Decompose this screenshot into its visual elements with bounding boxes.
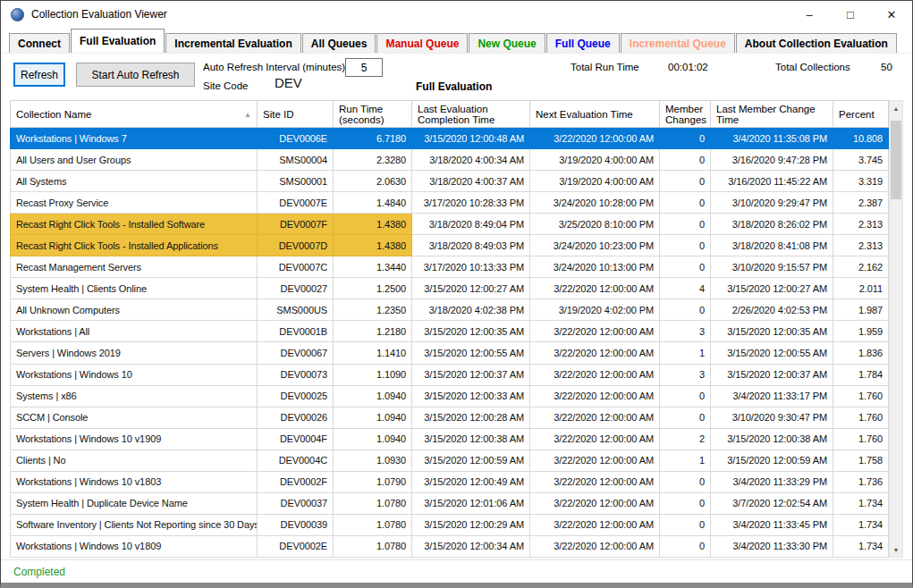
tab-about-collection-evaluation[interactable]: About Collection Evaluation [736, 33, 897, 53]
cell[interactable]: 0 [660, 149, 711, 171]
refresh-button[interactable]: Refresh [13, 63, 65, 87]
cell[interactable]: All Unknown Computers [11, 299, 258, 321]
tab-incremental-evaluation[interactable]: Incremental Evaluation [165, 33, 300, 53]
table-row[interactable]: Systems | x86DEV000251.09403/15/2020 12:… [11, 385, 889, 407]
cell[interactable]: 0 [660, 514, 711, 535]
minimize-button[interactable]: – [789, 1, 830, 28]
cell[interactable]: 3/22/2020 12:00:00 AM [530, 449, 660, 471]
table-row[interactable]: Workstations | Windows 10 v1909DEV0004F1… [11, 428, 889, 449]
cell[interactable]: SMS000US [258, 299, 334, 321]
cell[interactable]: Workstations | Windows 10 v1909 [11, 428, 258, 449]
cell[interactable]: 1.760 [833, 407, 889, 428]
column-header-collection-name[interactable]: Collection Name▲ [11, 101, 258, 128]
tab-full-evaluation[interactable]: Full Evaluation [71, 29, 165, 53]
table-row[interactable]: Recast Right Click Tools - Installed Sof… [11, 214, 889, 235]
cell[interactable]: SMS00004 [258, 149, 334, 171]
cell[interactable]: 3/18/2020 4:00:34 AM [412, 149, 530, 171]
cell[interactable]: 3/17/2020 10:13:33 PM [412, 256, 530, 278]
cell[interactable]: 0 [660, 492, 711, 514]
cell[interactable]: 3/22/2020 12:00:00 AM [530, 535, 660, 557]
cell[interactable]: 1.4380 [334, 214, 412, 235]
cell[interactable]: SCCM | Console [11, 407, 258, 428]
cell[interactable]: 1.0930 [334, 449, 412, 471]
cell[interactable]: 3/24/2020 10:28:00 PM [530, 192, 660, 214]
cell[interactable]: 1.0940 [334, 385, 412, 407]
cell[interactable]: 3/15/2020 12:00:59 AM [412, 449, 530, 471]
cell[interactable]: 3/18/2020 4:02:38 PM [412, 299, 530, 321]
cell[interactable]: 3/22/2020 12:00:00 AM [530, 364, 660, 385]
cell[interactable]: 3/15/2020 12:00:55 AM [412, 342, 530, 364]
cell[interactable]: 0 [660, 299, 711, 321]
cell[interactable]: 1.734 [833, 492, 889, 514]
cell[interactable]: DEV0002E [258, 535, 334, 557]
cell[interactable]: 1.760 [833, 428, 889, 449]
cell[interactable]: 3/4/2020 11:33:45 PM [711, 514, 833, 535]
cell[interactable]: 1.784 [833, 364, 889, 385]
cell[interactable]: Workstations | Windows 7 [11, 128, 258, 149]
title-bar[interactable]: Collection Evaluation Viewer – □ ✕ [1, 1, 912, 28]
cell[interactable]: System Health | Clients Online [11, 278, 258, 299]
cell[interactable]: 4 [660, 278, 711, 299]
cell[interactable]: 3/15/2020 12:00:55 AM [711, 342, 833, 364]
cell[interactable]: All Users and User Groups [11, 149, 258, 171]
cell[interactable]: System Health | Duplicate Device Name [11, 492, 258, 514]
cell[interactable]: DEV0007D [258, 235, 334, 256]
cell[interactable]: 3/24/2020 10:23:00 PM [530, 235, 660, 256]
cell[interactable]: DEV00039 [258, 514, 334, 535]
cell[interactable]: 3/22/2020 12:00:00 AM [530, 492, 660, 514]
auto-refresh-interval-input[interactable] [345, 58, 383, 77]
cell[interactable]: 3/16/2020 11:45:22 AM [711, 171, 833, 192]
vertical-scrollbar[interactable]: ▲ ▼ [889, 100, 903, 558]
cell[interactable]: 0 [660, 171, 711, 192]
cell[interactable]: 1.1090 [334, 364, 412, 385]
cell[interactable]: 3/15/2020 12:00:34 AM [412, 535, 530, 557]
cell[interactable]: DEV0004C [258, 449, 334, 471]
cell[interactable]: DEV00027 [258, 278, 334, 299]
table-row[interactable]: System Health | Duplicate Device NameDEV… [11, 492, 889, 514]
cell[interactable]: 3 [660, 321, 711, 342]
table-row[interactable]: Workstations | Windows 10 v1809DEV0002E1… [11, 535, 889, 557]
cell[interactable]: 3/15/2020 12:00:59 AM [711, 449, 833, 471]
table-row[interactable]: All Unknown ComputersSMS000US1.23503/18/… [11, 299, 889, 321]
cell[interactable]: All Systems [11, 171, 258, 192]
table-row[interactable]: Recast Proxy ServiceDEV0007E1.48403/17/2… [11, 192, 889, 214]
cell[interactable]: 1.0940 [334, 428, 412, 449]
cell[interactable]: 3.745 [833, 149, 889, 171]
scrollbar-thumb[interactable] [891, 121, 901, 199]
cell[interactable]: 3/22/2020 12:00:00 AM [530, 428, 660, 449]
cell[interactable]: 3/10/2020 9:30:47 PM [711, 407, 833, 428]
cell[interactable]: 3/18/2020 4:00:37 AM [412, 171, 530, 192]
table-row[interactable]: All SystemsSMS000012.06303/18/2020 4:00:… [11, 171, 889, 192]
cell[interactable]: 2.3280 [334, 149, 412, 171]
cell[interactable]: 3/22/2020 12:00:00 AM [530, 342, 660, 364]
cell[interactable]: 1.760 [833, 385, 889, 407]
cell[interactable]: 3/15/2020 12:00:27 AM [711, 278, 833, 299]
cell[interactable]: 3/10/2020 9:29:47 PM [711, 192, 833, 214]
cell[interactable]: DEV0006E [258, 128, 334, 149]
cell[interactable]: 2/26/2020 4:02:53 PM [711, 299, 833, 321]
cell[interactable]: Systems | x86 [11, 385, 258, 407]
cell[interactable]: DEV00073 [258, 364, 334, 385]
cell[interactable]: 3/18/2020 8:49:04 PM [412, 214, 530, 235]
cell[interactable]: 3/22/2020 12:00:00 AM [530, 128, 660, 149]
column-header-site-id[interactable]: Site ID [258, 101, 334, 128]
cell[interactable]: 3/4/2020 11:33:29 PM [711, 471, 833, 492]
cell[interactable]: 1.4380 [334, 235, 412, 256]
cell[interactable]: 0 [660, 128, 711, 149]
cell[interactable]: 0 [660, 385, 711, 407]
cell[interactable]: 1.2350 [334, 299, 412, 321]
cell[interactable]: 3/4/2020 11:35:08 PM [711, 128, 833, 149]
cell[interactable]: 3/18/2020 8:26:02 PM [711, 214, 833, 235]
cell[interactable]: Clients | No [11, 449, 258, 471]
cell[interactable]: Workstations | All [11, 321, 258, 342]
cell[interactable]: Workstations | Windows 10 v1803 [11, 471, 258, 492]
cell[interactable]: 3/15/2020 12:00:49 AM [412, 471, 530, 492]
cell[interactable]: 2.162 [833, 256, 889, 278]
cell[interactable]: 3/19/2020 4:02:00 PM [530, 299, 660, 321]
cell[interactable]: 1.0780 [334, 535, 412, 557]
maximize-button[interactable]: □ [830, 1, 871, 28]
cell[interactable]: 3.319 [833, 171, 889, 192]
cell[interactable]: 0 [660, 192, 711, 214]
cell[interactable]: 10.808 [833, 128, 889, 149]
table-row[interactable]: All Users and User GroupsSMS000042.32803… [11, 149, 889, 171]
